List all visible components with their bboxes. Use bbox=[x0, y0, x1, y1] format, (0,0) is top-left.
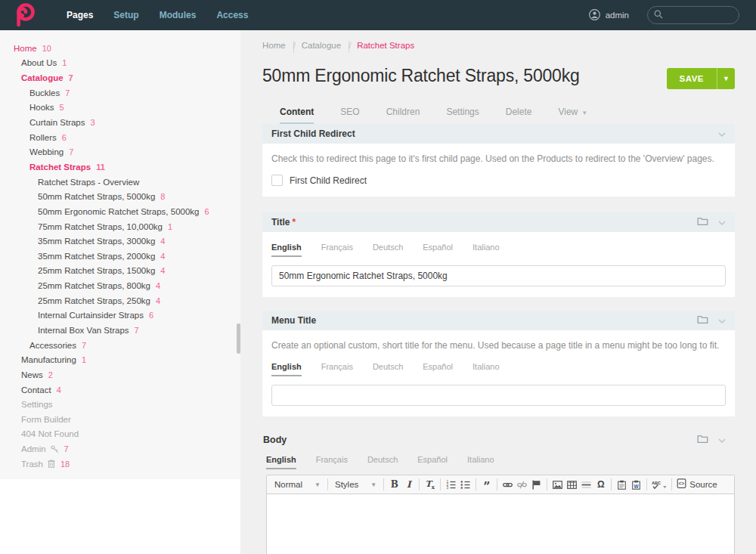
language-tab-italiano[interactable]: Italiano bbox=[467, 455, 494, 469]
sidebar-item-ratchet-straps-overview[interactable]: Ratchet Straps - Overview bbox=[0, 175, 240, 190]
paste-word-icon[interactable]: W bbox=[629, 478, 643, 492]
blockquote-icon[interactable]: ” bbox=[479, 478, 494, 492]
nav-link-access[interactable]: Access bbox=[216, 10, 248, 20]
sidebar-item-404-not-found[interactable]: 404 Not Found bbox=[0, 427, 240, 442]
user-menu[interactable]: admin bbox=[589, 9, 629, 22]
editor-content-area[interactable] bbox=[267, 494, 734, 554]
language-tab-italiano[interactable]: Italiano bbox=[472, 362, 499, 376]
chevron-down-icon[interactable] bbox=[718, 314, 726, 327]
sidebar-scrollbar[interactable] bbox=[237, 323, 240, 354]
sidebar-item-admin[interactable]: Admin7 bbox=[0, 441, 240, 457]
sidebar-item-35mm-ratchet-straps-3000kg[interactable]: 35mm Ratchet Straps, 3000kg4 bbox=[0, 234, 240, 249]
page-count-badge: 7 bbox=[65, 88, 70, 97]
format-dropdown[interactable]: Normal▼ bbox=[271, 480, 324, 489]
sidebar-item-contact[interactable]: Contact4 bbox=[0, 382, 240, 398]
unlink-icon[interactable] bbox=[515, 478, 529, 492]
language-tab-fran-ais[interactable]: Français bbox=[321, 243, 353, 257]
language-tab-english[interactable]: English bbox=[271, 243, 302, 257]
folder-icon[interactable] bbox=[697, 215, 708, 229]
sidebar-item-25mm-ratchet-straps-1500kg[interactable]: 25mm Ratchet Straps, 1500kg4 bbox=[0, 264, 240, 279]
remove-format-icon[interactable]: Tx bbox=[423, 478, 437, 492]
source-label: Source bbox=[689, 480, 717, 489]
chevron-down-icon[interactable] bbox=[718, 215, 726, 229]
bulleted-list-icon[interactable] bbox=[458, 478, 472, 492]
menu-title-input[interactable] bbox=[271, 385, 726, 406]
sidebar-item-hooks[interactable]: Hooks5 bbox=[0, 101, 240, 116]
language-tab-espa-ol[interactable]: Español bbox=[417, 455, 448, 469]
folder-icon[interactable] bbox=[697, 314, 708, 327]
breadcrumb-ratchet-straps[interactable]: Ratchet Straps bbox=[357, 41, 414, 53]
tab-content[interactable]: Content bbox=[280, 107, 314, 124]
paste-text-icon[interactable] bbox=[615, 478, 629, 492]
sidebar-item-50mm-ratchet-straps-5000kg[interactable]: 50mm Ratchet Straps, 5000kg8 bbox=[0, 189, 240, 204]
sidebar-item-trash[interactable]: Trash18 bbox=[0, 457, 240, 472]
bold-icon[interactable]: B bbox=[387, 478, 401, 492]
nav-link-modules[interactable]: Modules bbox=[160, 10, 197, 20]
save-dropdown-chevron-icon[interactable]: ▼ bbox=[717, 68, 735, 89]
tab-delete[interactable]: Delete bbox=[506, 107, 532, 124]
chevron-down-icon[interactable] bbox=[718, 433, 726, 447]
styles-dropdown[interactable]: Styles▼ bbox=[331, 480, 380, 489]
sidebar-item-accessories[interactable]: Accessories7 bbox=[0, 338, 240, 353]
sidebar-item-curtain-straps[interactable]: Curtain Straps3 bbox=[0, 115, 240, 130]
spellcheck-icon[interactable]: ABC bbox=[650, 478, 668, 492]
perch-logo[interactable] bbox=[14, 2, 36, 28]
search-input[interactable] bbox=[668, 11, 736, 20]
save-button[interactable]: SAVE ▼ bbox=[667, 68, 735, 89]
chevron-down-icon[interactable] bbox=[718, 127, 726, 141]
language-tab-fran-ais[interactable]: Français bbox=[316, 455, 348, 469]
sidebar-item-25mm-ratchet-straps-800kg[interactable]: 25mm Ratchet Straps, 800kg4 bbox=[0, 278, 240, 293]
table-icon[interactable] bbox=[565, 478, 579, 492]
language-tab-espa-ol[interactable]: Español bbox=[423, 243, 453, 257]
sidebar-item-35mm-ratchet-straps-2000kg[interactable]: 35mm Ratchet Straps, 2000kg4 bbox=[0, 249, 240, 264]
sidebar-item-rollers[interactable]: Rollers6 bbox=[0, 130, 240, 145]
language-tab-english[interactable]: English bbox=[271, 362, 302, 376]
language-tab-fran-ais[interactable]: Français bbox=[321, 362, 353, 376]
page-tree: Home10About Us1Catalogue7Buckles7Hooks5C… bbox=[0, 30, 240, 479]
title-input[interactable] bbox=[271, 265, 726, 286]
sidebar-item-news[interactable]: News2 bbox=[0, 367, 240, 382]
italic-icon[interactable]: I bbox=[401, 478, 416, 492]
breadcrumb-catalogue[interactable]: Catalogue bbox=[302, 41, 341, 53]
section-header[interactable]: First Child Redirect bbox=[262, 124, 735, 144]
horizontal-rule-icon[interactable] bbox=[579, 478, 593, 492]
sidebar-item-25mm-ratchet-straps-250kg[interactable]: 25mm Ratchet Straps, 250kg4 bbox=[0, 293, 240, 308]
sidebar-item-50mm-ergonomic-ratchet-straps-5000kg[interactable]: 50mm Ergonomic Ratchet Straps, 5000kg6 bbox=[0, 204, 240, 219]
tab-view[interactable]: View▼ bbox=[558, 107, 587, 124]
sidebar-item-about-us[interactable]: About Us1 bbox=[0, 56, 240, 71]
link-icon[interactable] bbox=[500, 478, 515, 492]
sidebar-item-settings[interactable]: Settings bbox=[0, 397, 240, 412]
section-header[interactable]: Title* bbox=[262, 212, 735, 232]
source-button[interactable]: <>Source bbox=[675, 478, 718, 492]
language-tab-deutsch[interactable]: Deutsch bbox=[367, 455, 398, 469]
sidebar-item-home[interactable]: Home10 bbox=[0, 41, 240, 56]
folder-icon[interactable] bbox=[697, 433, 708, 447]
numbered-list-icon[interactable]: 123 bbox=[444, 478, 458, 492]
sidebar-item-internal-curtainsider-straps[interactable]: Internal Curtainsider Straps6 bbox=[0, 308, 240, 323]
sidebar-item-manufacturing[interactable]: Manufacturing1 bbox=[0, 352, 240, 367]
main-menu: PagesSetupModulesAccess bbox=[67, 10, 248, 20]
tab-children[interactable]: Children bbox=[386, 107, 420, 124]
tab-seo[interactable]: SEO bbox=[340, 107, 359, 124]
language-tab-deutsch[interactable]: Deutsch bbox=[373, 362, 403, 376]
sidebar-item-webbing[interactable]: Webbing7 bbox=[0, 144, 240, 159]
section-header[interactable]: Menu Title bbox=[262, 311, 735, 330]
sidebar-item-ratchet-straps[interactable]: Ratchet Straps11 bbox=[0, 159, 240, 175]
tab-settings[interactable]: Settings bbox=[446, 107, 479, 124]
special-char-icon[interactable]: Ω bbox=[593, 478, 608, 492]
first-child-redirect-checkbox[interactable] bbox=[271, 175, 283, 186]
sidebar-item-form-builder[interactable]: Form Builder bbox=[0, 412, 240, 427]
sidebar-item-internal-box-van-straps[interactable]: Internal Box Van Straps7 bbox=[0, 323, 240, 338]
language-tab-italiano[interactable]: Italiano bbox=[472, 243, 499, 257]
nav-link-pages[interactable]: Pages bbox=[67, 10, 93, 20]
sidebar-item-buckles[interactable]: Buckles7 bbox=[0, 85, 240, 101]
sidebar-item-catalogue[interactable]: Catalogue7 bbox=[0, 70, 240, 85]
image-icon[interactable] bbox=[550, 478, 565, 492]
language-tab-espa-ol[interactable]: Español bbox=[423, 362, 453, 376]
nav-link-setup[interactable]: Setup bbox=[113, 10, 138, 20]
language-tab-english[interactable]: English bbox=[266, 455, 296, 469]
breadcrumb-home[interactable]: Home bbox=[262, 41, 286, 53]
language-tab-deutsch[interactable]: Deutsch bbox=[373, 243, 403, 257]
sidebar-item-75mm-ratchet-straps-10-000kg[interactable]: 75mm Ratchet Straps, 10,000kg1 bbox=[0, 219, 240, 234]
anchor-icon[interactable] bbox=[529, 478, 544, 492]
